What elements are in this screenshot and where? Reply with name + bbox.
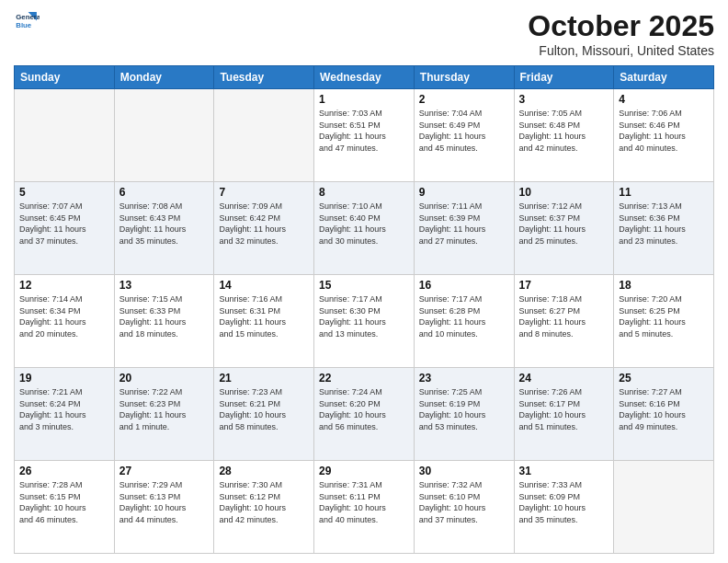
day-info: Sunrise: 7:07 AM Sunset: 6:45 PM Dayligh… [19, 201, 109, 247]
table-row: 12Sunrise: 7:14 AM Sunset: 6:34 PM Dayli… [15, 275, 115, 368]
table-row: 5Sunrise: 7:07 AM Sunset: 6:45 PM Daylig… [15, 182, 115, 275]
month-title: October 2025 [528, 9, 714, 43]
day-info: Sunrise: 7:22 AM Sunset: 6:23 PM Dayligh… [119, 386, 210, 432]
page: General Blue October 2025 Fulton, Missou… [0, 0, 728, 563]
table-row: 24Sunrise: 7:26 AM Sunset: 6:17 PM Dayli… [514, 368, 614, 461]
calendar-table: Sunday Monday Tuesday Wednesday Thursday… [14, 65, 714, 554]
table-row: 8Sunrise: 7:10 AM Sunset: 6:40 PM Daylig… [314, 182, 415, 275]
day-number: 22 [319, 372, 409, 385]
day-info: Sunrise: 7:24 AM Sunset: 6:20 PM Dayligh… [319, 386, 409, 432]
day-number: 4 [619, 93, 709, 106]
header-sunday: Sunday [15, 66, 115, 89]
header-friday: Friday [514, 66, 614, 89]
table-row [114, 89, 214, 182]
calendar-week-3: 19Sunrise: 7:21 AM Sunset: 6:24 PM Dayli… [15, 368, 714, 461]
table-row: 19Sunrise: 7:21 AM Sunset: 6:24 PM Dayli… [15, 368, 115, 461]
day-info: Sunrise: 7:32 AM Sunset: 6:10 PM Dayligh… [419, 479, 509, 525]
day-info: Sunrise: 7:10 AM Sunset: 6:40 PM Dayligh… [319, 201, 409, 247]
day-info: Sunrise: 7:14 AM Sunset: 6:34 PM Dayligh… [19, 293, 109, 339]
table-row: 1Sunrise: 7:03 AM Sunset: 6:51 PM Daylig… [314, 89, 415, 182]
day-info: Sunrise: 7:09 AM Sunset: 6:42 PM Dayligh… [219, 201, 309, 247]
table-row: 29Sunrise: 7:31 AM Sunset: 6:11 PM Dayli… [314, 461, 415, 554]
day-number: 21 [219, 372, 309, 385]
header-thursday: Thursday [414, 66, 514, 89]
day-number: 2 [419, 93, 509, 106]
day-info: Sunrise: 7:03 AM Sunset: 6:51 PM Dayligh… [319, 108, 409, 154]
day-number: 12 [19, 279, 109, 292]
day-info: Sunrise: 7:06 AM Sunset: 6:46 PM Dayligh… [619, 108, 709, 154]
day-info: Sunrise: 7:29 AM Sunset: 6:13 PM Dayligh… [119, 479, 210, 525]
day-info: Sunrise: 7:11 AM Sunset: 6:39 PM Dayligh… [419, 201, 509, 247]
day-number: 1 [319, 93, 409, 106]
day-info: Sunrise: 7:13 AM Sunset: 6:36 PM Dayligh… [619, 201, 709, 247]
day-number: 8 [319, 186, 409, 199]
day-info: Sunrise: 7:28 AM Sunset: 6:15 PM Dayligh… [19, 479, 109, 525]
table-row: 7Sunrise: 7:09 AM Sunset: 6:42 PM Daylig… [214, 182, 314, 275]
calendar-week-2: 12Sunrise: 7:14 AM Sunset: 6:34 PM Dayli… [15, 275, 714, 368]
header-monday: Monday [114, 66, 214, 89]
day-number: 13 [119, 279, 210, 292]
day-number: 10 [519, 186, 609, 199]
day-info: Sunrise: 7:33 AM Sunset: 6:09 PM Dayligh… [519, 479, 609, 525]
day-info: Sunrise: 7:16 AM Sunset: 6:31 PM Dayligh… [219, 293, 309, 339]
day-number: 6 [119, 186, 210, 199]
day-info: Sunrise: 7:20 AM Sunset: 6:25 PM Dayligh… [619, 293, 709, 339]
table-row: 28Sunrise: 7:30 AM Sunset: 6:12 PM Dayli… [214, 461, 314, 554]
day-number: 28 [219, 465, 309, 477]
day-info: Sunrise: 7:18 AM Sunset: 6:27 PM Dayligh… [519, 293, 609, 339]
table-row: 14Sunrise: 7:16 AM Sunset: 6:31 PM Dayli… [214, 275, 314, 368]
calendar-week-4: 26Sunrise: 7:28 AM Sunset: 6:15 PM Dayli… [15, 461, 714, 554]
table-row: 25Sunrise: 7:27 AM Sunset: 6:16 PM Dayli… [614, 368, 714, 461]
day-info: Sunrise: 7:04 AM Sunset: 6:49 PM Dayligh… [419, 108, 509, 154]
table-row: 20Sunrise: 7:22 AM Sunset: 6:23 PM Dayli… [114, 368, 214, 461]
header-saturday: Saturday [614, 66, 714, 89]
table-row: 21Sunrise: 7:23 AM Sunset: 6:21 PM Dayli… [214, 368, 314, 461]
table-row: 17Sunrise: 7:18 AM Sunset: 6:27 PM Dayli… [514, 275, 614, 368]
table-row: 26Sunrise: 7:28 AM Sunset: 6:15 PM Dayli… [15, 461, 115, 554]
day-number: 25 [619, 372, 709, 385]
table-row: 15Sunrise: 7:17 AM Sunset: 6:30 PM Dayli… [314, 275, 415, 368]
svg-text:Blue: Blue [16, 21, 32, 29]
calendar-week-1: 5Sunrise: 7:07 AM Sunset: 6:45 PM Daylig… [15, 182, 714, 275]
table-row: 22Sunrise: 7:24 AM Sunset: 6:20 PM Dayli… [314, 368, 415, 461]
day-number: 23 [419, 372, 509, 385]
day-number: 29 [319, 465, 409, 477]
table-row: 11Sunrise: 7:13 AM Sunset: 6:36 PM Dayli… [614, 182, 714, 275]
day-number: 30 [419, 465, 509, 477]
table-row: 2Sunrise: 7:04 AM Sunset: 6:49 PM Daylig… [414, 89, 514, 182]
location: Fulton, Missouri, United States [528, 43, 714, 58]
day-number: 18 [619, 279, 709, 292]
day-number: 9 [419, 186, 509, 199]
day-number: 17 [519, 279, 609, 292]
day-number: 15 [319, 279, 409, 292]
header: General Blue October 2025 Fulton, Missou… [14, 9, 714, 58]
day-info: Sunrise: 7:31 AM Sunset: 6:11 PM Dayligh… [319, 479, 409, 525]
table-row: 27Sunrise: 7:29 AM Sunset: 6:13 PM Dayli… [114, 461, 214, 554]
day-info: Sunrise: 7:05 AM Sunset: 6:48 PM Dayligh… [519, 108, 609, 154]
day-number: 5 [19, 186, 109, 199]
table-row: 9Sunrise: 7:11 AM Sunset: 6:39 PM Daylig… [414, 182, 514, 275]
day-number: 27 [119, 465, 210, 477]
logo: General Blue [14, 9, 40, 35]
day-info: Sunrise: 7:08 AM Sunset: 6:43 PM Dayligh… [119, 201, 210, 247]
title-block: October 2025 Fulton, Missouri, United St… [528, 9, 714, 58]
svg-text:General: General [16, 13, 40, 21]
header-wednesday: Wednesday [314, 66, 415, 89]
day-info: Sunrise: 7:17 AM Sunset: 6:30 PM Dayligh… [319, 293, 409, 339]
day-number: 7 [219, 186, 309, 199]
table-row: 16Sunrise: 7:17 AM Sunset: 6:28 PM Dayli… [414, 275, 514, 368]
day-number: 14 [219, 279, 309, 292]
header-tuesday: Tuesday [214, 66, 314, 89]
day-info: Sunrise: 7:17 AM Sunset: 6:28 PM Dayligh… [419, 293, 509, 339]
day-number: 31 [519, 465, 609, 477]
table-row: 30Sunrise: 7:32 AM Sunset: 6:10 PM Dayli… [414, 461, 514, 554]
table-row [15, 89, 115, 182]
day-number: 3 [519, 93, 609, 106]
table-row: 6Sunrise: 7:08 AM Sunset: 6:43 PM Daylig… [114, 182, 214, 275]
day-info: Sunrise: 7:27 AM Sunset: 6:16 PM Dayligh… [619, 386, 709, 432]
day-info: Sunrise: 7:26 AM Sunset: 6:17 PM Dayligh… [519, 386, 609, 432]
table-row: 23Sunrise: 7:25 AM Sunset: 6:19 PM Dayli… [414, 368, 514, 461]
logo-icon: General Blue [14, 9, 40, 35]
day-number: 11 [619, 186, 709, 199]
day-info: Sunrise: 7:12 AM Sunset: 6:37 PM Dayligh… [519, 201, 609, 247]
